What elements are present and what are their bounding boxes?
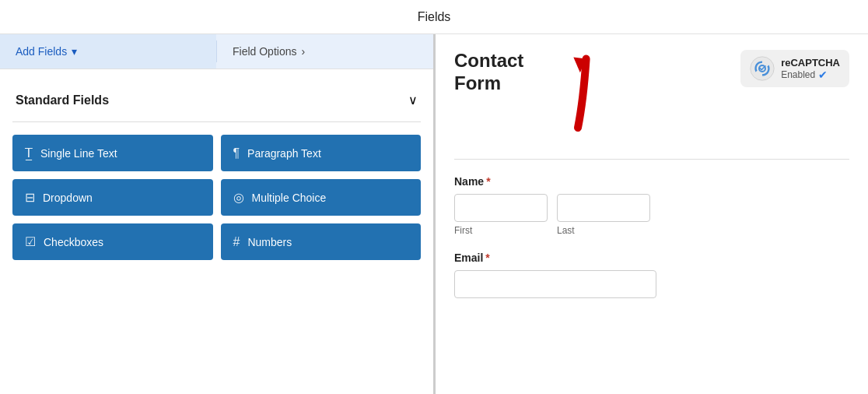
tab-bar: Add Fields ▾ Field Options › <box>0 34 433 69</box>
recaptcha-status: Enabled ✔ <box>781 69 840 81</box>
tab-field-options[interactable]: Field Options › <box>217 34 433 69</box>
recaptcha-name: reCAPTCHA <box>781 57 840 69</box>
name-field-label: Name * <box>454 175 849 188</box>
section-divider <box>12 121 421 122</box>
check-circle-icon: ✔ <box>818 69 828 81</box>
paragraph-text-icon: ¶ <box>233 146 240 160</box>
dropdown-label: Dropdown <box>43 192 93 204</box>
left-panel: Add Fields ▾ Field Options › Standard Fi… <box>0 34 436 394</box>
last-name-wrap: Last <box>557 194 650 236</box>
first-name-wrap: First <box>454 194 548 236</box>
form-section-divider <box>454 159 849 160</box>
email-required-star: * <box>485 252 489 264</box>
recaptcha-info: reCAPTCHA Enabled ✔ <box>781 57 840 81</box>
required-star: * <box>486 175 490 188</box>
section-collapse-icon[interactable]: ∨ <box>408 93 418 107</box>
checkboxes-button[interactable]: ☑ Checkboxes <box>12 223 213 260</box>
tab-field-options-label: Field Options <box>233 45 296 58</box>
chevron-down-icon: ▾ <box>72 45 77 58</box>
single-line-text-label: Single Line Text <box>40 147 117 160</box>
last-name-label: Last <box>557 225 650 236</box>
form-title: ContactForm <box>454 50 523 95</box>
numbers-label: Numbers <box>247 236 292 248</box>
chevron-right-icon: › <box>301 45 305 58</box>
last-name-input[interactable] <box>557 194 650 222</box>
first-name-label: First <box>454 225 548 236</box>
main-layout: Add Fields ▾ Field Options › Standard Fi… <box>0 34 868 394</box>
checkboxes-label: Checkboxes <box>44 236 103 248</box>
dropdown-icon: ⊟ <box>25 190 35 205</box>
page-title: Fields <box>418 10 451 24</box>
right-panel: ContactForm <box>436 34 868 394</box>
dropdown-button[interactable]: ⊟ Dropdown <box>12 179 213 216</box>
multiple-choice-icon: ◎ <box>233 190 244 205</box>
email-field-label: Email * <box>454 252 849 264</box>
single-line-text-icon: T̲ <box>25 146 33 160</box>
name-form-field: Name * First Last <box>454 175 849 236</box>
recaptcha-logo-icon <box>750 56 775 81</box>
arrow-annotation <box>570 50 695 143</box>
single-line-text-button[interactable]: T̲ Single Line Text <box>12 135 213 171</box>
name-inputs: First Last <box>454 194 849 236</box>
standard-fields-header: Standard Fields ∨ <box>12 85 421 115</box>
form-title-text: ContactForm <box>454 50 523 95</box>
numbers-icon: # <box>233 235 240 249</box>
paragraph-text-button[interactable]: ¶ Paragraph Text <box>221 135 422 171</box>
multiple-choice-label: Multiple Choice <box>252 192 327 204</box>
left-content: Standard Fields ∨ T̲ Single Line Text ¶ … <box>0 69 433 394</box>
multiple-choice-button[interactable]: ◎ Multiple Choice <box>221 179 422 216</box>
recaptcha-badge: reCAPTCHA Enabled ✔ <box>740 50 849 87</box>
paragraph-text-label: Paragraph Text <box>247 147 321 160</box>
standard-fields-title: Standard Fields <box>16 93 109 107</box>
top-bar: Fields <box>0 0 868 34</box>
email-form-field: Email * <box>454 252 849 298</box>
checkboxes-icon: ☑ <box>25 234 36 249</box>
arrow-icon <box>570 50 695 143</box>
form-header: ContactForm <box>454 50 849 143</box>
tab-add-fields[interactable]: Add Fields ▾ <box>0 34 216 69</box>
fields-grid: T̲ Single Line Text ¶ Paragraph Text ⊟ D… <box>12 135 421 260</box>
email-input[interactable] <box>454 270 656 298</box>
tab-add-fields-label: Add Fields <box>16 45 67 58</box>
recaptcha-status-text: Enabled <box>781 69 815 80</box>
numbers-button[interactable]: # Numbers <box>221 223 422 260</box>
first-name-input[interactable] <box>454 194 548 222</box>
